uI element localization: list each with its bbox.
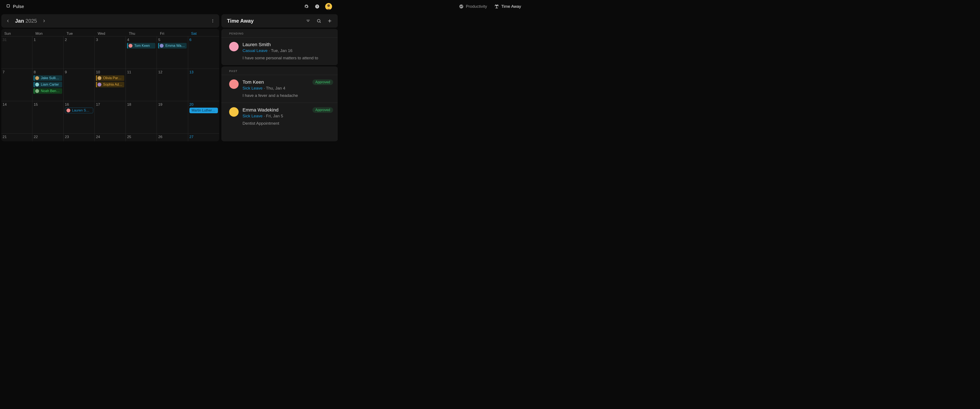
day-number: 23 [65,135,93,139]
calendar-event[interactable]: Emma Wade… [158,43,186,49]
calendar-cell[interactable]: 31 [1,37,32,68]
person-name: Emma Wadekind [242,107,309,113]
calendar-cell[interactable]: 8Jake SullivanLiam CarterNoah Bennett [32,69,64,101]
event-name: Liam Carter [41,83,59,86]
day-number: 12 [158,70,186,75]
add-button[interactable] [327,18,332,24]
event-avatar [35,89,39,93]
day-header: Sun [1,32,32,36]
next-month-button[interactable] [41,18,47,24]
day-number: 19 [158,102,186,107]
calendar-event[interactable]: Jake Sullivan [33,75,62,81]
svg-point-3 [327,4,330,7]
calendar-week: 78Jake SullivanLiam CarterNoah Bennett91… [1,68,219,101]
calendar-cell[interactable]: 2 [64,37,95,68]
calendar-header: Jan 2025 [1,14,219,28]
event-avatar [35,76,39,80]
day-header: Sat [188,32,219,36]
calendar-cell[interactable]: 4Tom Keen [126,37,157,68]
calendar-cell[interactable]: 14 [1,101,32,133]
calendar-cell[interactable]: 10Olivia ParkerSophia Adams [95,69,126,101]
calendar-cell[interactable]: 23 [64,134,95,141]
calendar-event[interactable]: Liam Carter [33,82,62,88]
time-away-item[interactable]: Tom KeenSick Leave · Thu, Jan 4I have a … [221,75,338,103]
day-number: 10 [96,70,124,75]
calendar-cell[interactable]: 21 [1,134,32,141]
calendar-cell[interactable]: 6 [188,37,219,68]
leave-date: Fri, Jan 5 [266,114,283,118]
person-name: Tom Keen [242,80,309,85]
status-badge: Approved [312,80,333,85]
calendar-event[interactable]: Olivia Parker [96,75,124,81]
calendar-cell[interactable]: 17 [95,101,126,133]
settings-gear-icon[interactable] [304,4,309,9]
calendar-cell[interactable]: 27 [188,134,219,141]
calendar-cell[interactable]: 26 [157,134,188,141]
calendar-event[interactable]: Tom Keen [127,43,155,49]
calendar-cell[interactable]: 20Martin Luther Ki… [188,101,219,133]
calendar-cell[interactable]: 25 [126,134,157,141]
calendar-cell[interactable]: 5Emma Wade… [157,37,188,68]
calendar-cell[interactable]: 9 [64,69,95,101]
calendar-cell[interactable]: 3 [95,37,126,68]
calendar-cell[interactable]: 7 [1,69,32,101]
calendar-cell[interactable]: 16Lauren Smith [64,101,95,133]
brand[interactable]: Pulse [6,4,24,9]
event-avatar [97,76,102,80]
event-name: Martin Luther Ki… [192,108,216,112]
current-user-avatar[interactable] [325,3,332,10]
calendar-cell[interactable]: 1 [32,37,64,68]
event-name: Tom Keen [134,44,150,48]
event-name: Noah Bennett [41,89,60,93]
time-away-item[interactable]: Lauren SmithCasual Leave · Tue, Jan 16I … [221,37,338,65]
calendar-cell[interactable]: 15 [32,101,64,133]
calendar-options-button[interactable] [210,18,215,24]
calendar-cell[interactable]: 19 [157,101,188,133]
day-number: 5 [158,38,186,42]
leave-note: I have some personal matters to attend t… [242,56,329,60]
svg-text:?: ? [316,5,318,8]
calendar-event[interactable]: Martin Luther Ki… [189,108,218,113]
svg-point-4 [212,19,213,20]
calendar-cell[interactable]: 22 [32,134,64,141]
day-number: 1 [33,38,62,42]
side-panel: Time Away PENDING Lauren SmithCasual Lea… [221,14,338,141]
filter-icon[interactable] [305,18,311,24]
item-meta: Casual Leave · Tue, Jan 16 [242,48,329,53]
leave-date: Thu, Jan 4 [266,86,285,91]
month-title: Jan 2025 [15,18,37,24]
month-name: Jan [15,18,24,24]
meta-separator: · [262,86,266,91]
calendar-event[interactable]: Lauren Smith [65,108,93,113]
event-avatar [160,44,164,48]
help-icon[interactable]: ? [314,4,320,9]
day-number: 20 [189,102,218,107]
event-name: Lauren Smith [72,108,91,112]
event-name: Jake Sullivan [41,76,60,80]
status-badge: Approved [312,107,333,113]
calendar-cell[interactable]: 12 [157,69,188,101]
calendar-cell[interactable]: 24 [95,134,126,141]
brand-name: Pulse [13,4,24,9]
day-number: 3 [96,38,124,42]
calendar-cell[interactable]: 13 [188,69,219,101]
svg-point-6 [212,22,213,22]
prev-month-button[interactable] [5,18,11,24]
section-past: PAST Tom KeenSick Leave · Thu, Jan 4I ha… [221,67,338,141]
side-body: PENDING Lauren SmithCasual Leave · Tue, … [221,29,338,141]
leave-kind: Sick Leave [242,114,262,118]
calendar-event[interactable]: Sophia Adams [96,82,124,88]
time-away-item[interactable]: Emma WadekindSick Leave · Fri, Jan 5Dent… [221,103,338,130]
calendar-event[interactable]: Noah Bennett [33,88,62,94]
day-number: 8 [33,70,62,75]
person-avatar [229,80,239,89]
day-number: 17 [96,102,124,107]
month-nav: Jan 2025 [5,18,47,24]
calendar-cell[interactable]: 11 [126,69,157,101]
search-icon[interactable] [316,18,321,24]
item-text: Emma WadekindSick Leave · Fri, Jan 5Dent… [242,107,309,126]
calendar-cell[interactable]: 18 [126,101,157,133]
calendar-panel: Jan 2025 SunMonTueWedThuFriSat 311234Tom… [1,14,219,141]
event-name: Olivia Parker [103,76,123,80]
day-headers: SunMonTueWedThuFriSat [1,29,219,36]
